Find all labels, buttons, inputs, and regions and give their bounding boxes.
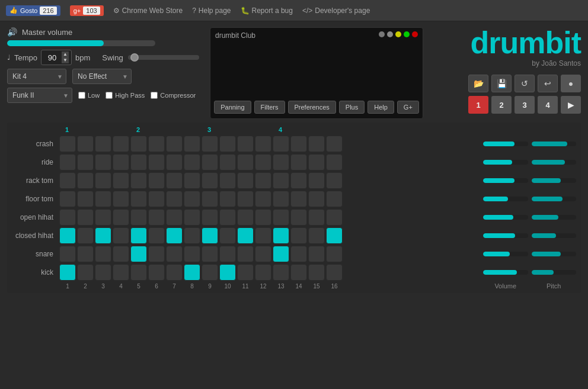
pitch-slider-5[interactable] — [532, 233, 577, 238]
beat-cell-4-12[interactable] — [273, 209, 289, 226]
beat-cell-5-0[interactable] — [59, 227, 76, 244]
beat-cell-6-0[interactable] — [59, 246, 76, 262]
gplus-badge[interactable]: g+ 103 — [70, 5, 104, 16]
beat-cell-2-13[interactable] — [290, 172, 307, 189]
beat-cell-3-6[interactable] — [166, 191, 183, 207]
beat-cell-0-10[interactable] — [237, 136, 254, 152]
low-checkbox[interactable] — [78, 92, 85, 99]
effect-dropdown[interactable]: No Effect Reverb Delay — [72, 69, 132, 84]
beat-cell-6-7[interactable] — [184, 246, 200, 262]
beat-cell-3-7[interactable] — [184, 191, 200, 207]
open-button[interactable]: 📂 — [468, 75, 488, 92]
volume-slider-4[interactable] — [483, 215, 528, 220]
volume-slider-6[interactable] — [483, 252, 528, 256]
filters-button[interactable]: Filters — [254, 101, 285, 114]
beat-cell-4-15[interactable] — [326, 209, 343, 226]
beat-cell-2-8[interactable] — [202, 172, 218, 189]
beat-cell-6-5[interactable] — [148, 246, 165, 262]
beat-cell-5-5[interactable] — [148, 227, 165, 244]
beat-cell-6-13[interactable] — [290, 246, 307, 262]
beat-cell-6-3[interactable] — [113, 246, 129, 262]
beat-cell-7-0[interactable] — [59, 264, 76, 281]
beat-cell-1-9[interactable] — [219, 154, 236, 171]
beat-cell-3-12[interactable] — [273, 191, 289, 207]
beat-cell-2-0[interactable] — [59, 172, 76, 189]
beat-cell-0-6[interactable] — [166, 136, 183, 152]
pitch-slider-7[interactable] — [532, 270, 577, 275]
beat-cell-5-15[interactable] — [326, 227, 343, 244]
beat-cell-3-3[interactable] — [113, 191, 129, 207]
beat-cell-1-10[interactable] — [237, 154, 254, 171]
beat-cell-7-3[interactable] — [113, 264, 129, 281]
beat-cell-4-8[interactable] — [202, 209, 218, 226]
beat-cell-1-15[interactable] — [326, 154, 343, 171]
beat-cell-7-6[interactable] — [166, 264, 183, 281]
beat-cell-5-10[interactable] — [237, 227, 254, 244]
beat-cell-3-14[interactable] — [308, 191, 325, 207]
beat-cell-2-7[interactable] — [184, 172, 200, 189]
beat-cell-0-12[interactable] — [273, 136, 289, 152]
beat-cell-4-7[interactable] — [184, 209, 200, 226]
high-pass-checkbox-item[interactable]: High Pass — [106, 92, 145, 99]
volume-slider-5[interactable] — [483, 233, 528, 238]
plus-button[interactable]: Plus — [339, 101, 365, 114]
beat-cell-4-13[interactable] — [290, 209, 307, 226]
beat-cell-6-12[interactable] — [273, 246, 289, 262]
beat-cell-2-12[interactable] — [273, 172, 289, 189]
pitch-slider-4[interactable] — [532, 215, 577, 220]
beat-cell-0-9[interactable] — [219, 136, 236, 152]
beat-cell-3-8[interactable] — [202, 191, 218, 207]
pattern-dropdown[interactable]: Funk II Funk I Rock — [7, 88, 72, 103]
beat-cell-7-1[interactable] — [77, 264, 94, 281]
beat-cell-4-9[interactable] — [219, 209, 236, 226]
beat-cell-5-6[interactable] — [166, 227, 183, 244]
beat-cell-7-7[interactable] — [184, 264, 200, 281]
beat-cell-6-14[interactable] — [308, 246, 325, 262]
beat-cell-5-3[interactable] — [113, 227, 129, 244]
panning-button[interactable]: Panning — [214, 101, 251, 114]
beat-cell-3-10[interactable] — [237, 191, 254, 207]
tempo-up-button[interactable]: ▲ — [62, 52, 69, 57]
beat-cell-0-1[interactable] — [77, 136, 94, 152]
beat-cell-2-6[interactable] — [166, 172, 183, 189]
beat-cell-5-13[interactable] — [290, 227, 307, 244]
help-page-link[interactable]: ? Help page — [192, 7, 231, 15]
pitch-slider-1[interactable] — [532, 160, 577, 165]
pattern-3-button[interactable]: 3 — [514, 96, 535, 114]
beat-cell-0-7[interactable] — [184, 136, 200, 152]
beat-cell-2-5[interactable] — [148, 172, 165, 189]
play-button[interactable]: ▶ — [561, 96, 581, 114]
beat-cell-0-2[interactable] — [95, 136, 111, 152]
pattern-2-button[interactable]: 2 — [491, 96, 512, 114]
beat-cell-7-12[interactable] — [273, 264, 289, 281]
pattern-4-button[interactable]: 4 — [538, 96, 558, 114]
beat-cell-5-8[interactable] — [202, 227, 218, 244]
beat-cell-1-13[interactable] — [290, 154, 307, 171]
volume-slider-2[interactable] — [483, 178, 528, 183]
save-button[interactable]: 💾 — [491, 75, 512, 92]
beat-cell-1-11[interactable] — [255, 154, 271, 171]
beat-cell-3-9[interactable] — [219, 191, 236, 207]
beat-cell-4-3[interactable] — [113, 209, 129, 226]
beat-cell-4-14[interactable] — [308, 209, 325, 226]
beat-cell-6-2[interactable] — [95, 246, 111, 262]
high-pass-checkbox[interactable] — [106, 92, 113, 99]
beat-cell-3-5[interactable] — [148, 191, 165, 207]
beat-cell-5-12[interactable] — [273, 227, 289, 244]
beat-cell-2-15[interactable] — [326, 172, 343, 189]
beat-cell-5-9[interactable] — [219, 227, 236, 244]
beat-cell-2-10[interactable] — [237, 172, 254, 189]
beat-cell-7-11[interactable] — [255, 264, 271, 281]
beat-cell-7-13[interactable] — [290, 264, 307, 281]
beat-cell-6-8[interactable] — [202, 246, 218, 262]
beat-cell-4-0[interactable] — [59, 209, 76, 226]
beat-cell-0-14[interactable] — [308, 136, 325, 152]
pitch-slider-0[interactable] — [532, 142, 577, 146]
beat-cell-5-7[interactable] — [184, 227, 200, 244]
beat-cell-1-3[interactable] — [113, 154, 129, 171]
beat-cell-2-4[interactable] — [130, 172, 147, 189]
pitch-slider-6[interactable] — [532, 252, 577, 256]
beat-cell-4-5[interactable] — [148, 209, 165, 226]
beat-cell-0-4[interactable] — [130, 136, 147, 152]
beat-cell-5-1[interactable] — [77, 227, 94, 244]
